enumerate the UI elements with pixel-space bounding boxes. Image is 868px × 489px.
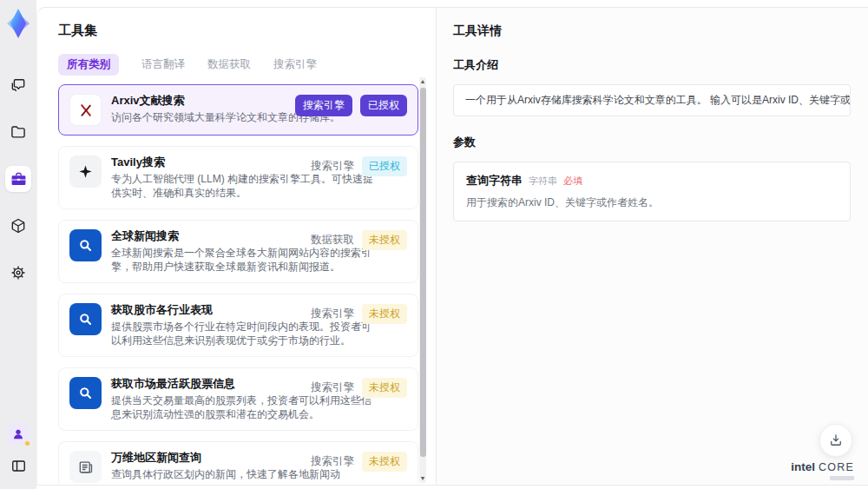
tool-auth-badge: 已授权	[362, 156, 407, 176]
news-search-icon	[69, 229, 102, 261]
settings-icon[interactable]	[5, 260, 31, 286]
tab-search-engine[interactable]: 搜索引擎	[273, 57, 317, 72]
left-rail	[0, 0, 36, 489]
parameter-card: 查询字符串 字符串 必填 用于搜索的Arxiv ID、关键字或作者姓名。	[453, 162, 851, 221]
params-heading: 参数	[453, 135, 851, 150]
detail-title: 工具详情	[453, 23, 851, 39]
tool-list: Arxiv文献搜索 访问各个研究领域大量科学论文和文章的存储库。 搜索引擎 已授…	[58, 84, 418, 484]
tool-auth-badge: 未授权	[362, 452, 407, 472]
tool-card[interactable]: 获取市场最活跃股票信息 提供当天交易量最高的股票列表，投资者可以利用这些信息来识…	[58, 367, 418, 431]
download-button[interactable]	[819, 424, 852, 457]
tool-name: 万维地区新闻查询	[111, 451, 340, 464]
sparkle-icon	[69, 155, 102, 188]
tool-description: 查询具体行政区划内的新闻，快速了解各地新闻动	[111, 467, 340, 481]
tool-tags: 数据获取 未授权	[311, 230, 407, 250]
page-title: 工具集	[58, 23, 436, 39]
scroll-down-arrow[interactable]: ▼	[419, 474, 426, 483]
tool-tags: 搜索引擎 未授权	[311, 378, 407, 398]
tool-auth-badge: 未授权	[362, 230, 407, 250]
tab-all-categories[interactable]: 所有类别	[58, 54, 119, 76]
tool-auth-badge: 未授权	[362, 304, 407, 324]
tool-card[interactable]: 全球新闻搜索 全球新闻搜索是一个聚合全球各大新闻网站内容的搜索引擎，帮助用户快速…	[58, 220, 418, 283]
category-tabs: 所有类别 语言翻译 数据获取 搜索引擎	[58, 54, 436, 76]
tool-detail-pane: 工具详情 工具介绍 一个用于从Arxiv存储库搜索科学论文和文章的工具。 输入可…	[436, 8, 868, 485]
tool-tags: 搜索引擎 已授权	[295, 95, 407, 116]
intro-heading: 工具介绍	[453, 57, 851, 73]
tool-auth-badge: 未授权	[362, 378, 407, 398]
tab-language-translation[interactable]: 语言翻译	[141, 57, 185, 72]
tool-category-tag: 搜索引擎	[311, 159, 354, 174]
intel-wordmark: intel	[791, 460, 815, 473]
parameter-description: 用于搜索的Arxiv ID、关键字或作者姓名。	[466, 195, 838, 210]
chat-icon[interactable]	[5, 72, 31, 98]
package-icon[interactable]	[5, 213, 31, 239]
sector-search-icon	[69, 303, 102, 335]
app-logo	[3, 6, 33, 41]
stock-search-icon	[69, 377, 102, 409]
tab-data-fetch[interactable]: 数据获取	[207, 57, 251, 72]
list-scrollbar[interactable]: ▲ ▼	[419, 77, 426, 483]
intel-core-logo: intel core	[791, 460, 854, 480]
core-wordmark: core	[819, 461, 854, 473]
parameter-required-flag: 必填	[563, 175, 582, 188]
parameter-type: 字符串	[529, 175, 557, 188]
main-content: 工具集 所有类别 语言翻译 数据获取 搜索引擎 Arxiv文献搜索 访问各个研究…	[36, 7, 868, 486]
toolset-pane: 工具集 所有类别 语言翻译 数据获取 搜索引擎 Arxiv文献搜索 访问各个研究…	[37, 8, 436, 485]
tool-category-tag: 搜索引擎	[311, 380, 354, 395]
scrollbar-thumb[interactable]	[420, 88, 426, 457]
tool-auth-badge: 已授权	[360, 95, 407, 116]
parameter-name: 查询字符串	[466, 173, 523, 188]
scroll-up-arrow[interactable]: ▲	[419, 77, 426, 86]
tool-card[interactable]: Arxiv文献搜索 访问各个研究领域大量科学论文和文章的存储库。 搜索引擎 已授…	[58, 84, 418, 135]
newspaper-icon	[69, 451, 102, 483]
tool-card[interactable]: Tavily搜索 专为人工智能代理 (LLM) 构建的搜索引擎工具。可快速提供实…	[58, 146, 418, 209]
intel-core-sub-badge	[830, 476, 854, 480]
user-status-dot	[24, 440, 30, 446]
toolbox-icon[interactable]	[5, 166, 31, 192]
tool-card[interactable]: 获取股市各行业表现 提供股票市场各个行业在特定时间段内的表现。投资者可以利用这些…	[58, 294, 418, 357]
tool-category-tag: 搜索引擎	[311, 307, 354, 321]
tool-category-tag: 数据获取	[311, 233, 354, 248]
arxiv-logo-icon	[69, 94, 102, 126]
user-icon[interactable]	[7, 423, 30, 446]
folder-icon[interactable]	[5, 119, 31, 145]
tool-tags: 搜索引擎 未授权	[311, 304, 407, 324]
tool-card[interactable]: 万维地区新闻查询 查询具体行政区划内的新闻，快速了解各地新闻动 搜索引擎 未授权	[58, 441, 418, 484]
download-icon	[828, 433, 844, 448]
tool-tags: 搜索引擎 已授权	[311, 156, 407, 176]
tool-category-tag: 搜索引擎	[311, 454, 354, 469]
tool-category-tag: 搜索引擎	[295, 95, 352, 116]
tool-tags: 搜索引擎 未授权	[311, 452, 407, 472]
tool-intro-text: 一个用于从Arxiv存储库搜索科学论文和文章的工具。 输入可以是Arxiv ID…	[453, 84, 851, 116]
collapse-sidebar-icon[interactable]	[5, 453, 31, 479]
